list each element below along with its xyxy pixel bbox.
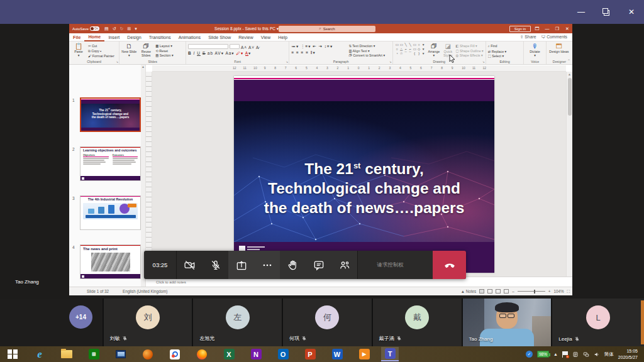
taskbar-excel[interactable]: X [221, 348, 236, 361]
participant-tile[interactable]: 刘 刘敏 [104, 299, 192, 346]
strikethrough-button[interactable]: S [203, 51, 206, 55]
grow-font-icon[interactable]: A˄ [241, 45, 247, 50]
battery-indicator[interactable]: 98% [537, 351, 549, 358]
design-ideas-button[interactable]: 🗔Design Ideas [548, 43, 570, 54]
bold-button[interactable]: B [188, 51, 192, 55]
more-options-button[interactable] [254, 251, 280, 279]
align-right-icon[interactable]: ≡ [301, 50, 304, 55]
language-status[interactable]: English (United Kingdom) [123, 289, 167, 293]
normal-view-icon[interactable] [479, 289, 484, 293]
shape-outline-button[interactable]: ▢ Shape Outline ▾ [456, 49, 484, 53]
shape-gallery[interactable]: ▭▭╲╲▭○▾ ○△⌐⌐▭◇▾ ◔☆⌒⌒{}▾ [395, 43, 426, 56]
convert-smartart-button[interactable]: 🗇 Convert to SmartArt ▾ [348, 53, 385, 57]
taskbar-fox-app[interactable] [140, 348, 155, 361]
document-title[interactable]: Session 8.pptx - Saved to this PC ▾ [187, 24, 279, 33]
paste-button[interactable]: 📋Paste▾ [71, 43, 86, 58]
ribbon-display-options-icon[interactable]: 🗖 [532, 26, 542, 31]
char-spacing-button[interactable]: AV▾ [215, 51, 224, 55]
zoom-out-icon[interactable]: – [512, 289, 514, 293]
shrink-font-icon[interactable]: A˅ [248, 45, 255, 50]
tab-transitions[interactable]: Transitions [145, 33, 175, 41]
font-size-input[interactable] [230, 44, 240, 49]
participant-tile[interactable]: 何 何琪 [283, 299, 372, 346]
taskbar-firefox[interactable] [194, 348, 209, 361]
select-button[interactable]: ⬚ Select ▾ [488, 54, 507, 58]
raise-hand-button[interactable] [280, 251, 306, 279]
slide-sorter-view-icon[interactable] [487, 289, 492, 293]
taskbar-file-explorer[interactable] [59, 348, 74, 361]
taskbar-powerpoint[interactable]: P [303, 348, 318, 361]
zoom-slider[interactable] [518, 291, 545, 292]
tab-home[interactable]: Home [84, 33, 104, 41]
thumbnail-slide-2[interactable]: Learning objectives and outcomes Objecti… [80, 146, 141, 181]
tab-help[interactable]: Help [274, 33, 291, 41]
shape-effects-button[interactable]: ◍ Shape Effects ▾ [456, 53, 484, 57]
text-direction-button[interactable]: ⇅ Text Direction ▾ [348, 44, 385, 48]
horizontal-ruler[interactable]: 1211109876543210123456789101112 [152, 65, 566, 72]
thumbnail-slide-3[interactable]: The 4th Industrial Revolution [80, 195, 141, 230]
shape-fill-button[interactable]: ◧ Shape Fill ▾ [456, 44, 484, 48]
editor-scrollbar[interactable]: ▲ [566, 72, 572, 277]
find-button[interactable]: ⌕ Find [488, 44, 507, 48]
taskbar-video-player[interactable]: ▶ [357, 348, 372, 361]
copy-button[interactable]: ⧉ Copy ▾ [88, 49, 114, 53]
tab-slide-show[interactable]: Slide Show [204, 33, 235, 41]
network-monitors-icon[interactable] [583, 351, 589, 358]
action-center-flag-icon[interactable]: ✕ [562, 351, 568, 358]
ppt-restore-icon[interactable]: ❐ [552, 26, 562, 31]
tab-file[interactable]: File [69, 33, 84, 41]
tab-insert[interactable]: Insert [104, 33, 123, 41]
underline-button[interactable]: U [197, 51, 201, 55]
font-color-button[interactable]: A [245, 51, 248, 56]
highlight-color-button[interactable]: 🖊▾ [236, 51, 243, 55]
tab-design[interactable]: Design [123, 33, 145, 41]
cut-button[interactable]: ✂ Cut [88, 44, 114, 48]
presenter-view-icon[interactable]: ⊞ [127, 26, 131, 31]
ime-indicator[interactable]: 简体 [604, 351, 614, 358]
customize-qat-icon[interactable]: ▾ [135, 26, 137, 31]
hang-up-button[interactable] [433, 251, 466, 279]
sign-in-button[interactable]: Sign in [509, 26, 531, 32]
zoom-in-icon[interactable]: + [548, 289, 551, 293]
decrease-indent-icon[interactable]: ⇤ [313, 44, 316, 48]
participant-tile[interactable]: 左 左旭光 [193, 299, 282, 346]
text-shadow-button[interactable]: ab [208, 51, 213, 55]
align-center-icon[interactable]: ≡ [296, 50, 299, 55]
close-icon[interactable]: ✕ [619, 0, 644, 24]
taskbar-outlook[interactable]: O [275, 348, 291, 361]
arrange-button[interactable]: 🗇Arrange▾ [428, 43, 440, 58]
slideshow-view-icon[interactable] [504, 289, 509, 293]
new-slide-button[interactable]: 🗋New Slide▾ [121, 43, 136, 58]
share-screen-button[interactable] [228, 251, 254, 279]
increase-indent-icon[interactable]: ⇥ [319, 44, 323, 48]
share-button[interactable]: ⇧ Share [520, 35, 536, 40]
collapse-ribbon-icon[interactable]: ⌃ [567, 58, 570, 63]
drawing-dialog-launcher-icon[interactable]: ⇘ [482, 60, 485, 63]
line-spacing-icon[interactable]: ↕≡▾ [325, 44, 333, 48]
font-dialog-launcher-icon[interactable]: ⇘ [286, 60, 289, 63]
slide-canvas[interactable]: The 21st century, Technological change a… [234, 76, 494, 273]
taskbar-internet-explorer[interactable]: e [32, 348, 47, 361]
notes-toggle[interactable]: ▲ Notes [461, 289, 476, 293]
taskbar-teams[interactable]: T [381, 347, 399, 361]
layout-button[interactable]: ▦ Layout ▾ [155, 44, 173, 48]
overflow-participants-tile[interactable]: +14 [0, 299, 103, 346]
search-input[interactable]: ⌕ Search [279, 26, 375, 32]
tab-animations[interactable]: Animations [175, 33, 205, 41]
camera-off-button[interactable] [177, 251, 203, 279]
ppt-minimize-icon[interactable]: — [542, 26, 552, 31]
minimize-icon[interactable]: — [569, 0, 594, 24]
section-button[interactable]: ▤ Section ▾ [155, 53, 173, 57]
taskbar-clock[interactable]: 15:05 2020/5/27 [618, 348, 640, 359]
save-icon[interactable]: ▤ [104, 26, 109, 31]
justify-icon[interactable]: ≡ [306, 50, 309, 55]
bullets-button[interactable]: ≔▾ [291, 44, 299, 48]
align-text-button[interactable]: ▥ Align Text ▾ [348, 49, 385, 53]
slide-title[interactable]: The 21st century, Technological change a… [234, 159, 494, 217]
replace-button[interactable]: ⇄ Replace ▾ [488, 50, 507, 53]
power-plug-icon[interactable]: ✓ [526, 351, 533, 358]
undo-icon[interactable]: ↺ [113, 26, 116, 31]
ppt-close-icon[interactable]: ✕ [562, 26, 572, 31]
participant-tile[interactable]: 戴 戴子涵 [373, 299, 462, 346]
tab-review[interactable]: Review [235, 33, 257, 41]
